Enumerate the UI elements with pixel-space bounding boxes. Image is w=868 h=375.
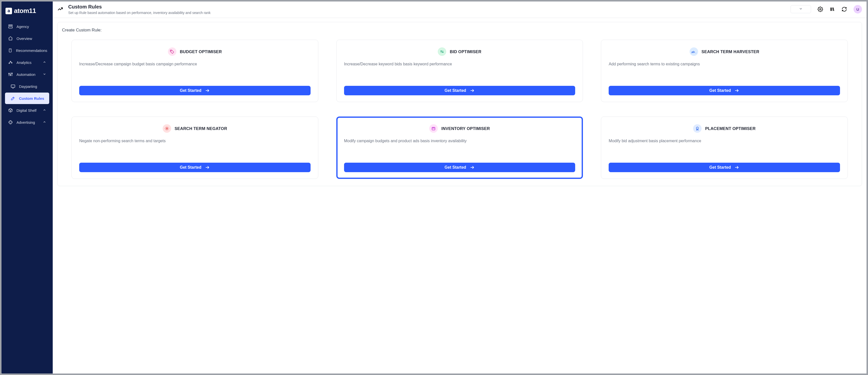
package-icon <box>429 124 438 133</box>
svg-point-15 <box>819 8 821 10</box>
arrow-right-icon <box>470 165 475 170</box>
card-title: PLACEMENT OPTIMISER <box>705 126 755 131</box>
analytics-icon <box>8 60 13 65</box>
sidebar-item-digital-shelf[interactable]: Digital Shelf <box>5 105 49 116</box>
chevron-down-icon <box>43 72 46 77</box>
svg-point-22 <box>691 53 692 54</box>
card-head: BUDGET OPTIMISER <box>79 47 311 56</box>
button-label: Get Started <box>180 88 202 93</box>
get-started-button[interactable]: Get Started <box>609 86 840 95</box>
card-desc: Add performing search terms to existing … <box>609 61 840 67</box>
card-desc: Modify bid adjustment basis placement pe… <box>609 138 840 144</box>
rule-card: SEARCH TERM NEGATORNegate non-performing… <box>71 116 318 179</box>
rule-cards-grid: BUDGET OPTIMISERIncrease/Decrease campai… <box>62 40 857 179</box>
header-dropdown[interactable] <box>790 5 811 13</box>
svg-rect-16 <box>831 7 831 11</box>
desktop-icon <box>10 84 16 89</box>
sidebar-item-label: Analytics <box>17 60 31 65</box>
svg-point-23 <box>695 53 696 54</box>
sidebar-item-advertising[interactable]: Advertising <box>5 116 49 128</box>
get-started-button[interactable]: Get Started <box>609 163 840 172</box>
agency-icon <box>8 24 13 29</box>
card-desc: Modify campaign budgets and product ads … <box>344 138 576 144</box>
rule-card: INVENTORY OPTIMISERModify campaign budge… <box>336 116 583 179</box>
chevron-down-icon <box>799 7 803 12</box>
arrow-right-icon <box>734 165 739 170</box>
brand-name: atom11 <box>14 7 36 15</box>
sidebar-item-label: Advertising <box>17 120 35 125</box>
sidebar-item-agency[interactable]: Agency <box>5 21 49 32</box>
library-button[interactable] <box>830 6 835 12</box>
edit-icon <box>10 96 16 101</box>
home-icon <box>8 36 13 41</box>
chevron-up-icon <box>43 120 46 125</box>
card-title: SEARCH TERM HARVESTER <box>702 49 759 54</box>
sidebar-item-label: Agency <box>17 25 29 29</box>
arrow-right-icon <box>205 88 210 93</box>
card-title: BUDGET OPTIMISER <box>180 49 222 54</box>
sidebar-item-label: Dayparting <box>19 84 37 89</box>
sidebar-item-overview[interactable]: Overview <box>5 33 49 44</box>
card-desc: Increase/Decrease campaign budget basis … <box>79 61 311 67</box>
sidebar-item-custom-rules[interactable]: Custom Rules <box>5 93 49 104</box>
sidebar-item-analytics[interactable]: Analytics <box>5 57 49 68</box>
tag-icon <box>168 47 177 56</box>
card-head: BID OPTIMISER <box>344 47 576 56</box>
cube-icon <box>8 108 13 113</box>
sidebar-item-label: Overview <box>17 36 32 41</box>
svg-point-6 <box>11 62 12 63</box>
extension-icon <box>8 120 13 125</box>
rule-card: PLACEMENT OPTIMISERModify bid adjustment… <box>601 116 848 179</box>
svg-point-4 <box>9 63 9 64</box>
arrow-right-icon <box>470 88 475 93</box>
avatar[interactable]: U <box>854 5 862 13</box>
refresh-button[interactable] <box>841 6 847 12</box>
trend-up-icon <box>57 5 64 12</box>
card-title: INVENTORY OPTIMISER <box>441 126 490 131</box>
card-head: abSEARCH TERM HARVESTER <box>609 47 840 56</box>
card-title: SEARCH TERM NEGATOR <box>175 126 227 131</box>
arrow-right-icon <box>205 165 210 170</box>
swap-vertical-icon <box>438 47 446 56</box>
cog-alert-icon <box>163 124 171 133</box>
svg-point-25 <box>166 128 168 129</box>
rule-card: abSEARCH TERM HARVESTERAdd performing se… <box>601 40 848 102</box>
chevron-up-icon <box>43 108 46 112</box>
arrow-right-icon <box>734 88 739 93</box>
sidebar-item-dayparting[interactable]: Dayparting <box>5 80 49 92</box>
button-label: Get Started <box>709 88 731 93</box>
rule-card: BUDGET OPTIMISERIncrease/Decrease campai… <box>71 40 318 102</box>
svg-rect-17 <box>832 7 832 11</box>
card-desc: Negate non-performing search terms and t… <box>79 138 311 144</box>
sidebar-item-recommendations[interactable]: Recommendations <box>5 45 49 56</box>
sidebar-item-label: Custom Rules <box>19 96 44 101</box>
page-header: Custom Rules Set up Rule based automatio… <box>53 1 867 18</box>
sidebar: a atom11 Agency Overview Recommenda <box>1 1 53 374</box>
get-started-button[interactable]: Get Started <box>344 86 576 95</box>
page-title: Custom Rules <box>68 4 786 10</box>
get-started-button[interactable]: Get Started <box>79 163 311 172</box>
button-label: Get Started <box>444 165 466 170</box>
sidebar-item-automation[interactable]: Automation <box>5 69 49 80</box>
sidebar-item-label: Recommendations <box>16 48 47 53</box>
content: Create Custom Rule: BUDGET OPTIMISERIncr… <box>53 18 867 374</box>
create-rule-panel: Create Custom Rule: BUDGET OPTIMISERIncr… <box>57 22 862 186</box>
brand: a atom11 <box>1 5 53 21</box>
button-label: Get Started <box>709 165 731 170</box>
get-started-button[interactable]: Get Started <box>344 163 576 172</box>
settings-button[interactable] <box>817 6 823 12</box>
svg-point-11 <box>10 75 11 75</box>
automation-icon <box>8 72 13 77</box>
page-subtitle: Set up Rule based automation based on pe… <box>68 11 786 15</box>
ab-icon: ab <box>690 47 698 56</box>
svg-text:ab: ab <box>691 50 694 54</box>
card-desc: Increase/Decrease keyword bids basis key… <box>344 61 576 67</box>
panel-title: Create Custom Rule: <box>62 28 857 33</box>
sidebar-nav: Agency Overview Recommendations Analytic… <box>1 21 53 128</box>
card-title: BID OPTIMISER <box>450 49 481 54</box>
get-started-button[interactable]: Get Started <box>79 86 311 95</box>
sidebar-item-label: Automation <box>17 72 35 77</box>
sidebar-item-label: Digital Shelf <box>17 108 36 112</box>
card-head: PLACEMENT OPTIMISER <box>609 124 840 133</box>
svg-point-12 <box>11 73 12 74</box>
